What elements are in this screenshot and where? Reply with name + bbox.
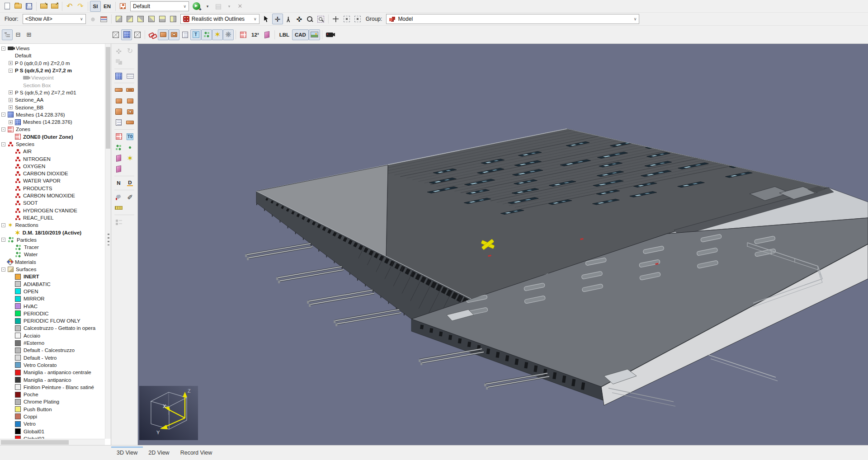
3d-scene[interactable]: ZXY: [111, 44, 868, 445]
pan-tool[interactable]: ✜: [294, 14, 305, 24]
view-cube-iso-button[interactable]: [168, 14, 179, 24]
filter-tree-button[interactable]: [2, 29, 13, 40]
tree-item-vetro[interactable]: Vetro: [0, 420, 105, 427]
tab-record-view[interactable]: Record View: [175, 446, 218, 460]
collapse-expander-icon[interactable]: -: [1, 47, 5, 51]
show-vents-button[interactable]: ❋: [223, 29, 234, 40]
view-cube-front-button[interactable]: [124, 14, 135, 24]
si-units-button[interactable]: SI: [90, 1, 101, 12]
collapse-expander-icon[interactable]: -: [1, 238, 5, 242]
tree-item-default[interactable]: Default: [0, 52, 105, 59]
export-button[interactable]: [49, 1, 60, 12]
tree-item-sezione-bb[interactable]: +Sezione_BB: [0, 103, 105, 111]
walkthrough-button[interactable]: ☻: [88, 14, 99, 24]
fit-selection-button[interactable]: [352, 14, 363, 24]
background-image-button[interactable]: [309, 29, 320, 40]
tree-item-global01[interactable]: Global01: [0, 427, 105, 435]
floor-settings-button[interactable]: [99, 14, 109, 24]
new-vent-tool[interactable]: [113, 153, 124, 163]
new-slab-hole-tool[interactable]: [125, 85, 135, 95]
collapse-expander-icon[interactable]: -: [1, 113, 5, 117]
tab-2d-view[interactable]: 2D View: [143, 446, 175, 460]
tree-item-maniglia-antipanico-centrale[interactable]: Maniglia - antipanico centrale: [0, 369, 105, 376]
tree-item-viewpoint[interactable]: Viewpoint: [0, 74, 105, 81]
run-simulation-button[interactable]: [191, 1, 202, 12]
eyedropper-tool[interactable]: ✐: [125, 192, 135, 202]
floor-select[interactable]: <Show All>∨: [23, 14, 86, 24]
paint-tool[interactable]: [113, 192, 124, 202]
reset-origin-button[interactable]: [330, 14, 341, 24]
new-door-tool[interactable]: [113, 164, 124, 174]
tree-item-species[interactable]: -Species: [0, 141, 105, 148]
show-text-button[interactable]: T: [190, 29, 201, 40]
measure-tool[interactable]: [113, 203, 124, 213]
collapse-expander-icon[interactable]: -: [1, 142, 5, 146]
tree-item-water-vapor[interactable]: WATER VAPOR: [0, 177, 105, 184]
expand-expander-icon[interactable]: +: [9, 120, 13, 124]
tree-item-section-box[interactable]: Section Box: [0, 81, 105, 89]
checklist-tool[interactable]: [113, 217, 124, 227]
expand-expander-icon[interactable]: +: [9, 98, 13, 102]
tree-item-default-calcestruzzo[interactable]: Default - Calcestruzzo: [0, 347, 105, 354]
fit-all-button[interactable]: [341, 14, 352, 24]
tree-item-oxygen[interactable]: OXYGEN: [0, 163, 105, 170]
new-slab-tool[interactable]: [113, 85, 124, 95]
pan-view-tool[interactable]: ✜: [113, 46, 124, 56]
tab-3d-view[interactable]: 3D View: [111, 446, 143, 460]
tree-item-materials[interactable]: Materials: [0, 258, 105, 266]
view-cube-top-button[interactable]: [113, 14, 124, 24]
tree-item-hvac[interactable]: HVAC: [0, 302, 105, 310]
tree-item-tracer[interactable]: Tracer: [0, 244, 105, 251]
tree-item-p-s-qdr-5-2-m-z-7-2-m[interactable]: -P S (qdr,5,2 m) Z=7,2 m: [0, 67, 105, 74]
view-cube-right-button[interactable]: [146, 14, 157, 24]
tree-horizontal-scrollbar[interactable]: [0, 439, 105, 445]
show-wireframe-button[interactable]: [110, 29, 121, 40]
collapse-all-button[interactable]: ⊟: [13, 29, 24, 40]
tree-item-zones[interactable]: -Zones: [0, 126, 105, 133]
tree-item-push-button[interactable]: Push Button: [0, 406, 105, 413]
tree-item-particles[interactable]: -Particles: [0, 236, 105, 244]
walk-tool[interactable]: [283, 14, 294, 24]
new-block-tool[interactable]: [113, 107, 124, 117]
orbit-tool[interactable]: ✛: [272, 14, 283, 24]
tree-item-periodic-flow-only[interactable]: PERIODIC FLOW ONLY: [0, 317, 105, 324]
tree-item-products[interactable]: PRODUCTS: [0, 185, 105, 192]
rotate-view-tool[interactable]: ↻: [125, 46, 135, 56]
tree-item-reactions[interactable]: -✶Reactions: [0, 221, 105, 229]
tree-item-poche[interactable]: Poche: [0, 391, 105, 398]
tree-item-views[interactable]: -Views: [0, 45, 105, 52]
new-thin-slab-tool[interactable]: [125, 117, 135, 127]
tree-item-periodic[interactable]: PERIODIC: [0, 310, 105, 317]
tree-item-carbon-dioxide[interactable]: CARBON DIOXIDE: [0, 170, 105, 177]
tree-item-calcestruzzo-gettato-in-opera[interactable]: Calcestruzzo - Gettato in opera: [0, 324, 105, 332]
stop-simulation-button[interactable]: ✕: [235, 1, 245, 12]
viewport-3d[interactable]: ZXY ✜↻T0✶ND✐: [111, 44, 868, 445]
tree-item-p-0-qdr-0-0-m-z-2-0-m[interactable]: +P 0 (qdr,0,0 m) Z=2,0 m: [0, 60, 105, 67]
collapse-expander-icon[interactable]: -: [1, 268, 5, 272]
letter-d-tool[interactable]: D: [125, 178, 135, 188]
new-block-hole-tool[interactable]: [125, 107, 135, 117]
show-ids-button[interactable]: 12³: [249, 29, 262, 40]
tree-item-air[interactable]: AIR: [0, 148, 105, 155]
tree-item-esterno[interactable]: #Esterno: [0, 339, 105, 347]
open-button[interactable]: [13, 1, 24, 12]
panel-splitter-handle[interactable]: [108, 234, 109, 245]
tree-item-carbon-monoxide[interactable]: CARBON MONOXIDE: [0, 192, 105, 199]
en-units-button[interactable]: EN: [101, 1, 113, 12]
tree-hscroll-thumb[interactable]: [1, 440, 69, 445]
new-wall2-tool[interactable]: [125, 96, 135, 106]
new-mesh-array-tool[interactable]: [125, 71, 135, 81]
orientation-cube[interactable]: ZXY: [139, 386, 198, 440]
tree-item-acciaio[interactable]: Acciaio: [0, 332, 105, 339]
roam-tool[interactable]: [113, 57, 124, 67]
import-button[interactable]: [38, 1, 49, 12]
collapse-expander-icon[interactable]: -: [1, 223, 5, 227]
view-cube-back-button[interactable]: [157, 14, 168, 24]
tree-item-water[interactable]: Water: [0, 251, 105, 258]
tree-item-coppi[interactable]: Coppi: [0, 413, 105, 420]
new-particle-cloud-tool[interactable]: [113, 142, 124, 152]
tree-item-sezione-aa[interactable]: +Sezione_AA: [0, 96, 105, 103]
tree-item-mirror[interactable]: MIRROR: [0, 295, 105, 302]
run-simulation-caret[interactable]: ▾: [202, 1, 213, 12]
collapse-expander-icon[interactable]: -: [1, 127, 5, 131]
